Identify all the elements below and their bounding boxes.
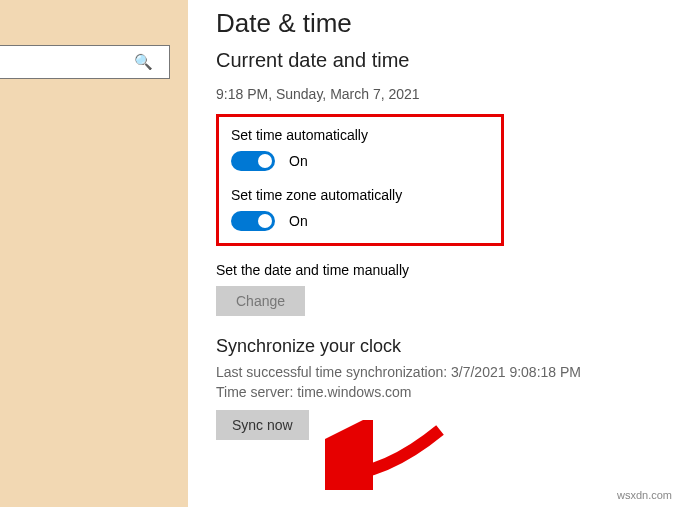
page-subtitle: Current date and time	[216, 49, 668, 72]
set-tz-auto-state: On	[289, 213, 308, 229]
manual-label: Set the date and time manually	[216, 262, 409, 278]
set-time-auto-state: On	[289, 153, 308, 169]
sync-last: Last successful time synchronization: 3/…	[216, 363, 668, 383]
sync-heading: Synchronize your clock	[216, 336, 668, 357]
change-button: Change	[216, 286, 305, 316]
page-title: Date & time	[216, 8, 668, 39]
sync-server: Time server: time.windows.com	[216, 383, 668, 403]
set-time-auto-toggle[interactable]	[231, 151, 275, 171]
watermark: wsxdn.com	[617, 489, 672, 501]
search-input[interactable]: 🔍	[0, 45, 170, 79]
current-datetime: 9:18 PM, Sunday, March 7, 2021	[216, 86, 668, 102]
sync-now-button[interactable]: Sync now	[216, 410, 309, 440]
search-icon: 🔍	[134, 53, 153, 71]
set-tz-auto-label: Set time zone automatically	[231, 187, 489, 203]
manual-section: Set the date and time manually Change	[216, 262, 668, 316]
highlight-box: Set time automatically On Set time zone …	[216, 114, 504, 246]
main-content: Date & time Current date and time 9:18 P…	[188, 0, 680, 507]
set-tz-auto-toggle[interactable]	[231, 211, 275, 231]
set-time-auto-label: Set time automatically	[231, 127, 489, 143]
sync-info: Last successful time synchronization: 3/…	[216, 363, 668, 402]
